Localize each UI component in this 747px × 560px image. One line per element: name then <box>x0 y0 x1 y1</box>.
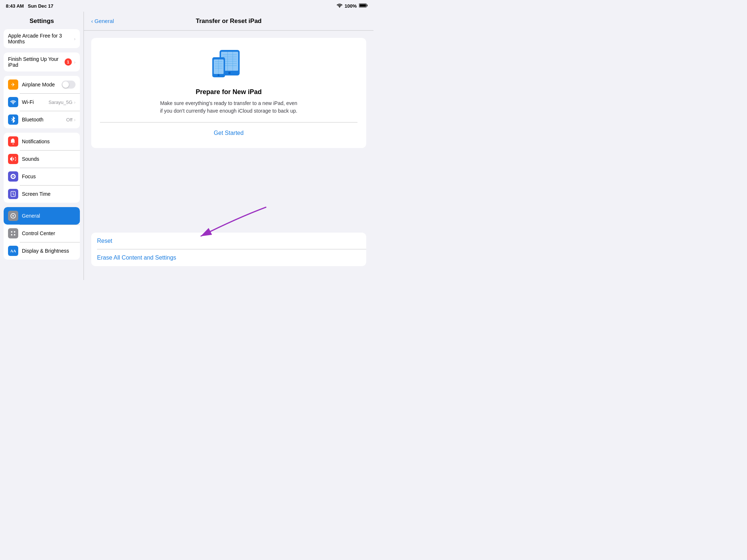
sidebar-item-control-center[interactable]: Control Center <box>4 225 80 242</box>
status-bar: 8:43 AM Sun Dec 17 100% <box>0 0 374 12</box>
sidebar-item-wifi[interactable]: Wi-Fi Sarayu_5G › <box>4 93 80 111</box>
sidebar-item-screen-time[interactable]: Screen Time <box>4 185 80 203</box>
svg-point-7 <box>12 215 14 217</box>
battery-percentage: 100% <box>345 3 357 9</box>
svg-point-25 <box>218 74 220 76</box>
status-indicators: 100% <box>337 3 368 9</box>
reset-card: Reset Erase All Content and Settings <box>91 233 366 266</box>
status-time-date: 8:43 AM Sun Dec 17 <box>6 3 53 9</box>
svg-point-9 <box>14 231 15 233</box>
chevron-icon: › <box>74 36 76 42</box>
display-icon: AA <box>8 246 18 256</box>
sidebar-item-notifications[interactable]: Notifications <box>4 133 80 150</box>
sidebar-item-general[interactable]: General <box>4 207 80 225</box>
sidebar-item-bluetooth[interactable]: Bluetooth Off › <box>4 111 80 128</box>
airplane-icon: ✈ <box>8 79 18 90</box>
sidebar-group-connectivity: ✈ Airplane Mode Wi-Fi Sarayu_5G › <box>4 76 80 128</box>
sidebar-group-promo: Apple Arcade Free for 3 Months › <box>4 29 80 48</box>
sidebar-item-finish-setup[interactable]: Finish Setting Up Your iPad 1 › <box>4 52 80 71</box>
sidebar-group-device: General Control Center AA <box>4 207 80 260</box>
erase-item[interactable]: Erase All Content and Settings <box>91 249 366 266</box>
sidebar: Settings Apple Arcade Free for 3 Months … <box>0 12 84 280</box>
chevron-icon: › <box>74 117 76 122</box>
screen-time-icon <box>8 189 18 199</box>
focus-icon <box>8 171 18 182</box>
page-title: Transfer or Reset iPad <box>196 18 262 25</box>
sidebar-item-airplane[interactable]: ✈ Airplane Mode <box>4 76 80 93</box>
svg-point-10 <box>11 234 12 236</box>
chevron-icon: › <box>74 100 76 105</box>
app-body: Settings Apple Arcade Free for 3 Months … <box>0 12 374 280</box>
notifications-icon <box>8 136 18 147</box>
reset-item[interactable]: Reset <box>91 233 366 249</box>
svg-point-11 <box>14 234 15 236</box>
content-panel: ‹ General Transfer or Reset iPad <box>84 12 374 280</box>
sidebar-item-arcade[interactable]: Apple Arcade Free for 3 Months › <box>4 29 80 48</box>
svg-point-8 <box>11 231 12 233</box>
sidebar-group-system: Notifications Sounds Fo <box>4 133 80 203</box>
sounds-icon <box>8 154 18 164</box>
svg-rect-2 <box>367 4 368 6</box>
prepare-divider <box>100 122 357 122</box>
sidebar-item-focus[interactable]: Focus <box>4 168 80 185</box>
svg-rect-3 <box>360 4 366 7</box>
prepare-description: Make sure everything's ready to transfer… <box>159 100 298 115</box>
back-button[interactable]: ‹ General <box>91 18 114 24</box>
wifi-setting-icon <box>8 97 18 107</box>
svg-point-4 <box>13 104 13 104</box>
airplane-toggle[interactable] <box>62 81 76 89</box>
sidebar-item-sounds[interactable]: Sounds <box>4 150 80 168</box>
svg-point-14 <box>228 72 231 74</box>
sidebar-item-display[interactable]: AA Display & Brightness <box>4 242 80 260</box>
back-chevron-icon: ‹ <box>91 18 93 24</box>
wifi-icon <box>337 3 342 9</box>
content-body: Prepare for New iPad Make sure everythin… <box>84 31 374 273</box>
chevron-icon: › <box>74 59 76 65</box>
content-header: ‹ General Transfer or Reset iPad <box>84 12 374 31</box>
setup-badge: 1 <box>65 58 72 66</box>
control-center-icon <box>8 228 18 238</box>
prepare-card: Prepare for New iPad Make sure everythin… <box>91 38 366 148</box>
sidebar-title: Settings <box>0 15 84 29</box>
devices-illustration <box>210 48 247 82</box>
get-started-button[interactable]: Get Started <box>214 128 244 138</box>
bluetooth-icon <box>8 114 18 125</box>
general-icon <box>8 211 18 221</box>
sidebar-group-setup: Finish Setting Up Your iPad 1 › <box>4 52 80 71</box>
battery-icon <box>359 3 368 9</box>
prepare-title: Prepare for New iPad <box>196 88 262 96</box>
back-label: General <box>94 18 114 24</box>
svg-point-0 <box>339 7 340 7</box>
